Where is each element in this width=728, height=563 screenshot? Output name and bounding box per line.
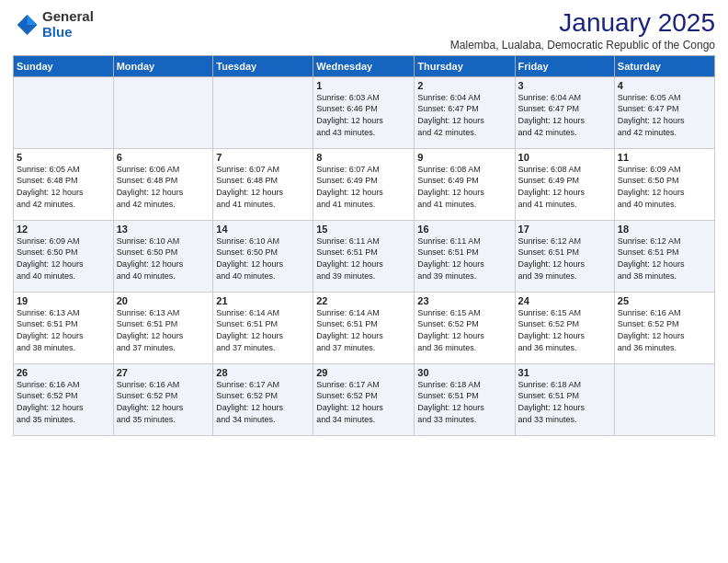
- day-info-line: and 33 minutes.: [417, 415, 476, 424]
- day-info-line: Daylight: 12 hours: [216, 259, 283, 269]
- day-info-line: Sunrise: 6:08 AM: [417, 165, 481, 174]
- day-info: Sunrise: 6:11 AMSunset: 6:51 PMDaylight:…: [316, 236, 411, 282]
- day-info-line: Daylight: 12 hours: [618, 259, 685, 269]
- day-info-line: and 35 minutes.: [17, 415, 75, 424]
- day-info-line: and 38 minutes.: [618, 271, 677, 281]
- table-row: 25Sunrise: 6:16 AMSunset: 6:52 PMDayligh…: [614, 292, 714, 363]
- day-number: 6: [117, 152, 210, 163]
- day-number: 22: [316, 295, 411, 306]
- day-number: 8: [316, 152, 411, 163]
- day-info-line: and 34 minutes.: [316, 415, 375, 424]
- day-info-line: and 39 minutes.: [518, 271, 577, 281]
- day-info-line: Sunset: 6:47 PM: [518, 104, 580, 113]
- day-info-line: Daylight: 12 hours: [618, 331, 685, 340]
- day-info: Sunrise: 6:10 AMSunset: 6:50 PMDaylight:…: [216, 236, 310, 282]
- day-info-line: Sunset: 6:48 PM: [216, 176, 278, 185]
- day-info: Sunrise: 6:15 AMSunset: 6:52 PMDaylight:…: [518, 307, 611, 353]
- day-info-line: Sunset: 6:49 PM: [518, 176, 580, 185]
- day-info-line: and 38 minutes.: [17, 343, 75, 352]
- calendar-header-row: Sunday Monday Tuesday Wednesday Thursday…: [14, 55, 715, 76]
- table-row: 12Sunrise: 6:09 AMSunset: 6:50 PMDayligh…: [14, 220, 114, 292]
- day-info-line: and 37 minutes.: [117, 343, 176, 352]
- day-number: 23: [417, 295, 511, 306]
- calendar-week-row: 26Sunrise: 6:16 AMSunset: 6:52 PMDayligh…: [14, 363, 715, 435]
- table-row: 30Sunrise: 6:18 AMSunset: 6:51 PMDayligh…: [415, 363, 515, 435]
- day-info-line: and 39 minutes.: [316, 271, 375, 281]
- day-info-line: Sunset: 6:52 PM: [618, 319, 679, 328]
- day-info-line: Daylight: 12 hours: [417, 116, 484, 125]
- day-info-line: Sunrise: 6:06 AM: [117, 165, 180, 174]
- day-info-line: Daylight: 12 hours: [518, 403, 586, 412]
- day-info-line: Sunrise: 6:15 AM: [518, 308, 582, 317]
- day-info-line: Daylight: 12 hours: [518, 116, 586, 125]
- logo-general: General: [42, 8, 94, 24]
- table-row: [113, 76, 213, 148]
- day-info-line: Sunset: 6:47 PM: [618, 104, 679, 113]
- page: General Blue January 2025 Malemba, Luala…: [0, 0, 728, 563]
- day-info-line: Sunrise: 6:18 AM: [518, 380, 582, 389]
- day-info-line: and 33 minutes.: [518, 415, 577, 424]
- logo-icon: [13, 12, 39, 38]
- table-row: 4Sunrise: 6:05 AMSunset: 6:47 PMDaylight…: [614, 76, 714, 148]
- day-info-line: Sunset: 6:46 PM: [316, 104, 378, 113]
- table-row: 1Sunrise: 6:03 AMSunset: 6:46 PMDaylight…: [313, 76, 415, 148]
- day-info-line: Sunset: 6:51 PM: [316, 247, 378, 257]
- day-info-line: Daylight: 12 hours: [117, 331, 184, 340]
- day-info-line: Daylight: 12 hours: [216, 331, 283, 340]
- day-number: 20: [117, 295, 210, 306]
- calendar-week-row: 1Sunrise: 6:03 AMSunset: 6:46 PMDaylight…: [14, 76, 715, 148]
- col-saturday: Saturday: [614, 55, 714, 76]
- table-row: 26Sunrise: 6:16 AMSunset: 6:52 PMDayligh…: [14, 363, 114, 435]
- day-info-line: Sunset: 6:52 PM: [117, 391, 178, 400]
- day-info-line: Daylight: 12 hours: [117, 259, 184, 269]
- day-info: Sunrise: 6:04 AMSunset: 6:47 PMDaylight:…: [518, 92, 611, 138]
- table-row: 7Sunrise: 6:07 AMSunset: 6:48 PMDaylight…: [213, 148, 313, 220]
- day-number: 31: [518, 367, 611, 378]
- table-row: 29Sunrise: 6:17 AMSunset: 6:52 PMDayligh…: [313, 363, 415, 435]
- day-info-line: Daylight: 12 hours: [17, 188, 84, 197]
- day-info-line: Sunset: 6:51 PM: [316, 319, 378, 328]
- table-row: 6Sunrise: 6:06 AMSunset: 6:48 PMDaylight…: [113, 148, 213, 220]
- day-info-line: Sunrise: 6:18 AM: [417, 380, 481, 389]
- day-number: 19: [17, 295, 110, 306]
- day-info: Sunrise: 6:09 AMSunset: 6:50 PMDaylight:…: [17, 236, 110, 282]
- day-info-line: Sunrise: 6:05 AM: [17, 165, 80, 174]
- day-number: 24: [518, 295, 611, 306]
- col-thursday: Thursday: [415, 55, 515, 76]
- day-info-line: and 36 minutes.: [417, 343, 476, 352]
- table-row: 2Sunrise: 6:04 AMSunset: 6:47 PMDaylight…: [415, 76, 515, 148]
- day-info: Sunrise: 6:03 AMSunset: 6:46 PMDaylight:…: [316, 92, 411, 138]
- day-info-line: Sunrise: 6:16 AM: [117, 380, 180, 389]
- day-info-line: Sunset: 6:51 PM: [618, 247, 679, 257]
- day-info: Sunrise: 6:13 AMSunset: 6:51 PMDaylight:…: [17, 307, 110, 353]
- calendar: Sunday Monday Tuesday Wednesday Thursday…: [13, 55, 715, 436]
- day-info: Sunrise: 6:07 AMSunset: 6:48 PMDaylight:…: [216, 164, 310, 210]
- table-row: 20Sunrise: 6:13 AMSunset: 6:51 PMDayligh…: [113, 292, 213, 363]
- day-number: 10: [518, 152, 611, 163]
- day-info: Sunrise: 6:13 AMSunset: 6:51 PMDaylight:…: [117, 307, 210, 353]
- day-info: Sunrise: 6:06 AMSunset: 6:48 PMDaylight:…: [117, 164, 210, 210]
- day-number: 25: [618, 295, 711, 306]
- day-info-line: Sunrise: 6:09 AM: [618, 165, 681, 174]
- day-info-line: and 40 minutes.: [216, 271, 275, 281]
- day-info-line: and 40 minutes.: [618, 200, 677, 209]
- day-info-line: Sunrise: 6:07 AM: [316, 165, 380, 174]
- day-info-line: and 40 minutes.: [117, 271, 176, 281]
- day-info-line: Sunrise: 6:12 AM: [618, 236, 681, 246]
- day-info-line: Sunrise: 6:07 AM: [216, 165, 279, 174]
- day-info-line: Sunrise: 6:14 AM: [216, 308, 279, 317]
- day-info-line: Daylight: 12 hours: [417, 188, 484, 197]
- day-number: 30: [417, 367, 511, 378]
- day-info-line: Sunset: 6:47 PM: [417, 104, 479, 113]
- col-tuesday: Tuesday: [213, 55, 313, 76]
- day-number: 9: [417, 152, 511, 163]
- table-row: 8Sunrise: 6:07 AMSunset: 6:49 PMDaylight…: [313, 148, 415, 220]
- day-info-line: Sunrise: 6:11 AM: [316, 236, 380, 246]
- day-info-line: Daylight: 12 hours: [618, 116, 685, 125]
- day-info-line: and 41 minutes.: [518, 200, 577, 209]
- day-info-line: Sunrise: 6:13 AM: [117, 308, 180, 317]
- day-info: Sunrise: 6:18 AMSunset: 6:51 PMDaylight:…: [518, 379, 611, 425]
- table-row: 17Sunrise: 6:12 AMSunset: 6:51 PMDayligh…: [515, 220, 614, 292]
- table-row: 3Sunrise: 6:04 AMSunset: 6:47 PMDaylight…: [515, 76, 614, 148]
- day-info-line: Sunrise: 6:17 AM: [216, 380, 279, 389]
